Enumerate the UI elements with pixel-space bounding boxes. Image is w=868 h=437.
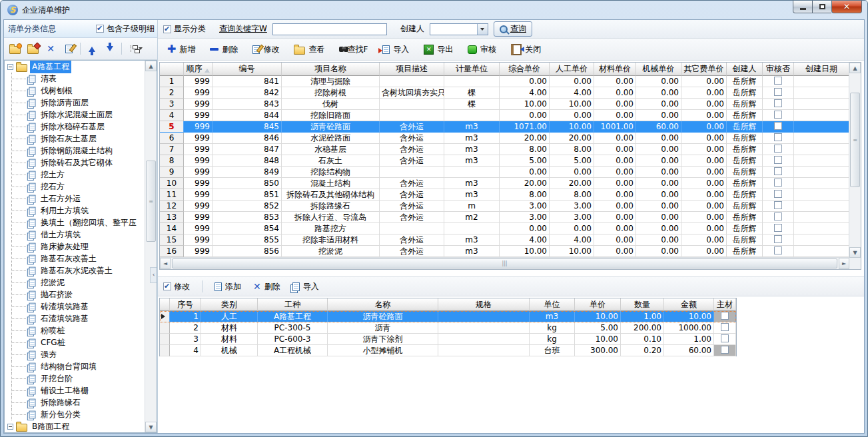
toolbar-button-plus[interactable]: ✚ 新增 bbox=[167, 44, 195, 55]
audit-checkbox[interactable] bbox=[774, 111, 782, 119]
cell-labor-price[interactable]: 4.00 bbox=[550, 87, 594, 99]
cell-total-price[interactable]: 5.00 bbox=[500, 155, 550, 167]
cell-name[interactable]: 沥青 bbox=[328, 322, 438, 334]
cell-labor-price[interactable]: 8.00 bbox=[550, 189, 594, 201]
cell-audited[interactable] bbox=[763, 76, 794, 87]
row-number-cell[interactable]: 9 bbox=[160, 167, 184, 178]
column-header[interactable]: 序号 bbox=[170, 298, 201, 311]
cell-desc[interactable]: 含外运 bbox=[380, 212, 444, 223]
cell-total-price[interactable]: 0.00 bbox=[500, 167, 550, 178]
scrollbar-thumb[interactable]: ≡ bbox=[146, 161, 156, 242]
cell-trade[interactable]: PC-300-5 bbox=[258, 322, 328, 334]
scrollbar-thumb[interactable]: ≡ bbox=[850, 93, 860, 187]
cell-total-price[interactable]: 3.00 bbox=[500, 201, 550, 212]
tree-item-label[interactable]: 拆除钢筋混凝土结构 bbox=[39, 145, 115, 157]
keyword-input[interactable] bbox=[272, 23, 387, 35]
cell-other-price[interactable]: 0.00 bbox=[681, 87, 727, 99]
cell-labor-price[interactable]: 10.00 bbox=[550, 246, 594, 257]
edit-category-button[interactable] bbox=[26, 42, 39, 55]
table-row[interactable]: 3999843伐树棵10.0010.000.000.000.00岳所辉 bbox=[160, 99, 861, 110]
cell-unit[interactable]: m3 bbox=[444, 155, 500, 167]
tree-item-label[interactable]: 拆除沥青面层 bbox=[39, 97, 91, 109]
tree-item[interactable]: 挖淤泥 bbox=[5, 276, 145, 288]
cell-desc[interactable]: 含外运 bbox=[380, 189, 444, 201]
table-row[interactable]: 8999848石灰土含外运m35.005.000.000.000.00岳所辉 bbox=[160, 155, 861, 167]
cell-desc[interactable] bbox=[380, 99, 444, 110]
cell-material-price[interactable]: 0.00 bbox=[594, 99, 636, 110]
cell-order[interactable]: 999 bbox=[184, 121, 213, 133]
cell-seq[interactable]: 2 bbox=[170, 322, 201, 334]
audit-checkbox[interactable] bbox=[774, 99, 782, 107]
column-header[interactable]: 单价 bbox=[575, 298, 621, 311]
tree-item[interactable]: 结构物台背回填 bbox=[5, 360, 145, 372]
cell-material-price[interactable]: 0.00 bbox=[594, 201, 636, 212]
cell-order[interactable]: 999 bbox=[184, 234, 213, 246]
audit-checkbox[interactable] bbox=[774, 224, 782, 232]
cell-date[interactable] bbox=[794, 189, 849, 201]
main-material-checkbox[interactable] bbox=[721, 312, 729, 320]
cell-unit[interactable]: m3 bbox=[444, 133, 500, 144]
row-number-cell[interactable]: 8 bbox=[160, 155, 184, 167]
cell-amount[interactable]: 60.00 bbox=[664, 345, 714, 356]
cell-amount[interactable]: 1.00 bbox=[664, 334, 714, 345]
cell-name[interactable]: 石灰土 bbox=[282, 155, 380, 167]
cell-unit[interactable] bbox=[444, 110, 500, 121]
row-number-cell[interactable]: 7 bbox=[160, 144, 184, 155]
cell-creator[interactable]: 岳所辉 bbox=[727, 178, 763, 189]
cell-other-price[interactable]: 0.00 bbox=[681, 223, 727, 234]
cell-material-price[interactable]: 0.00 bbox=[594, 178, 636, 189]
column-header[interactable]: 项目名称 bbox=[282, 63, 380, 76]
cell-date[interactable] bbox=[794, 201, 849, 212]
audit-checkbox[interactable] bbox=[774, 213, 782, 220]
cell-creator[interactable]: 岳所辉 bbox=[727, 212, 763, 223]
cell-qty[interactable]: 1.00 bbox=[621, 311, 664, 322]
cell-creator[interactable]: 岳所辉 bbox=[727, 99, 763, 110]
cell-labor-price[interactable]: 3.00 bbox=[550, 212, 594, 223]
cell-machine-price[interactable]: 0.00 bbox=[636, 178, 681, 189]
tree-item[interactable]: 路床掺灰处理 bbox=[5, 240, 145, 252]
cell-material-price[interactable]: 0.00 bbox=[594, 246, 636, 257]
cell-machine-price[interactable]: 0.00 bbox=[636, 87, 681, 99]
audit-checkbox[interactable] bbox=[774, 179, 782, 187]
tree-item[interactable]: 开挖台阶 bbox=[5, 372, 145, 384]
table-row[interactable]: 14999854路基挖方0.000.000.000.000.00岳所辉 bbox=[160, 223, 861, 234]
cell-category[interactable]: 材料 bbox=[201, 334, 258, 345]
tree-item[interactable]: 拆除沥青面层 bbox=[5, 97, 145, 109]
cell-audited[interactable] bbox=[763, 223, 794, 234]
cell-name[interactable]: 挖除树根 bbox=[282, 87, 380, 99]
cell-amount[interactable]: 10.00 bbox=[664, 311, 714, 322]
cell-name[interactable]: 清理与掘除 bbox=[282, 76, 380, 87]
cell-machine-price[interactable]: 0.00 bbox=[636, 212, 681, 223]
tree-item[interactable]: 拆除水稳碎石基层 bbox=[5, 121, 145, 133]
column-header[interactable]: 顺序 bbox=[184, 63, 213, 76]
checkbox-icon[interactable] bbox=[96, 25, 104, 33]
cell-material-price[interactable]: 0.00 bbox=[594, 144, 636, 155]
tree-item-label[interactable]: 强夯 bbox=[39, 348, 59, 361]
tree-item[interactable]: 路基石灰水泥改善土 bbox=[5, 264, 145, 276]
scroll-up-arrow[interactable]: ▲ bbox=[145, 61, 157, 71]
tree-item[interactable]: CFG桩 bbox=[5, 336, 145, 348]
row-number-cell[interactable]: 4 bbox=[160, 110, 184, 121]
cell-trade[interactable]: A工程机械 bbox=[258, 345, 328, 356]
detail-add-button[interactable]: 添加 bbox=[215, 281, 241, 292]
cell-code[interactable]: 847 bbox=[213, 144, 282, 155]
cell-other-price[interactable]: 0.00 bbox=[681, 189, 727, 201]
cell-other-price[interactable]: 0.00 bbox=[681, 144, 727, 155]
tree-item[interactable]: 挖土方 bbox=[5, 169, 145, 181]
cell-date[interactable] bbox=[794, 246, 849, 257]
cell-price[interactable]: 10.00 bbox=[575, 311, 621, 322]
cell-total-price[interactable]: 3.00 bbox=[500, 212, 550, 223]
cell-total-price[interactable]: 20.00 bbox=[500, 178, 550, 189]
tree-root-label[interactable]: A路基工程 bbox=[30, 61, 71, 73]
cell-material-price[interactable]: 0.00 bbox=[594, 212, 636, 223]
toolbar-button-folder[interactable]: 查看 bbox=[294, 44, 324, 55]
cell-other-price[interactable]: 0.00 bbox=[681, 212, 727, 223]
toolbar-button-import-page[interactable]: 导入 bbox=[382, 44, 409, 55]
cell-price[interactable]: 300.00 bbox=[575, 345, 621, 356]
cell-order[interactable]: 999 bbox=[184, 223, 213, 234]
cell-unit[interactable]: m3 bbox=[444, 189, 500, 201]
main-material-checkbox[interactable] bbox=[721, 334, 729, 342]
tree-item-label[interactable]: 铺设土工格栅 bbox=[39, 384, 91, 397]
cell-total-price[interactable]: 0.00 bbox=[500, 76, 550, 87]
column-header[interactable]: 编号 bbox=[213, 63, 282, 76]
